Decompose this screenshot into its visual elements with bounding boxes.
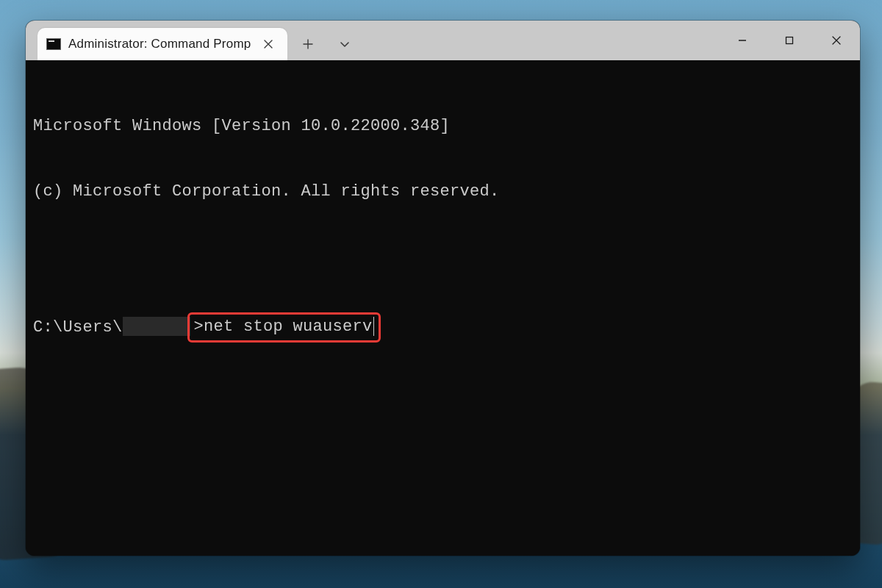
- cmd-icon: [46, 38, 61, 50]
- banner-line: (c) Microsoft Corporation. All rights re…: [33, 181, 853, 203]
- banner-line: Microsoft Windows [Version 10.0.22000.34…: [33, 115, 853, 137]
- tabstrip: Administrator: Command Promp: [26, 21, 361, 60]
- tab-close-button[interactable]: [258, 34, 279, 54]
- tab-title: Administrator: Command Promp: [68, 37, 251, 51]
- tab-active[interactable]: Administrator: Command Promp: [37, 28, 287, 60]
- terminal-body[interactable]: Microsoft Windows [Version 10.0.22000.34…: [26, 60, 860, 556]
- blank-line: [33, 247, 853, 269]
- new-tab-button[interactable]: [292, 28, 324, 60]
- prompt-suffix: >: [194, 316, 204, 338]
- command-text: net stop wuauserv: [204, 316, 373, 338]
- chevron-down-icon: [340, 39, 350, 49]
- maximize-icon: [784, 35, 795, 46]
- text-cursor: [373, 317, 375, 336]
- prompt-line: C:\Users\>net stop wuauserv: [33, 312, 853, 343]
- minimize-icon: [737, 35, 747, 46]
- close-icon: [264, 40, 273, 49]
- prompt-path-prefix: C:\Users\: [33, 317, 123, 339]
- close-icon: [831, 35, 842, 46]
- plus-icon: [303, 39, 313, 49]
- close-button[interactable]: [813, 21, 860, 60]
- maximize-button[interactable]: [766, 21, 813, 60]
- titlebar[interactable]: Administrator: Command Promp: [26, 21, 860, 60]
- svg-rect-0: [786, 37, 793, 44]
- window-controls: [719, 21, 860, 60]
- minimize-button[interactable]: [719, 21, 766, 60]
- terminal-window: Administrator: Command Promp: [26, 21, 860, 556]
- redacted-username: [123, 317, 190, 336]
- command-highlight: >net stop wuauserv: [187, 312, 381, 343]
- tab-dropdown-button[interactable]: [329, 28, 361, 60]
